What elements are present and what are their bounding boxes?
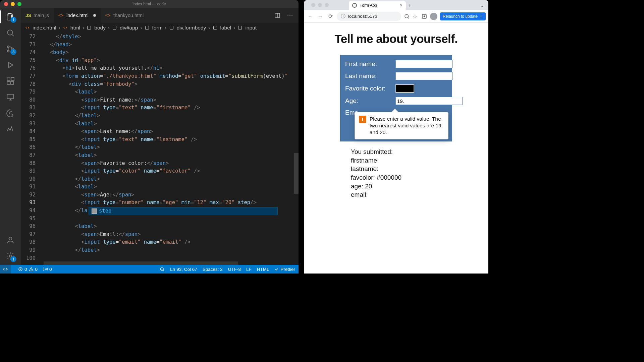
code-content[interactable]: </style> </head> <body> <div id="app"> <… [44, 33, 299, 265]
misc-icon[interactable] [6, 125, 15, 134]
svg-rect-12 [88, 26, 91, 29]
close-window-button[interactable] [4, 2, 8, 6]
autocomplete-popup[interactable]: step [89, 207, 278, 215]
breadcrumb-icon [25, 25, 30, 31]
indentation[interactable]: Spaces: 2 [203, 267, 223, 272]
breadcrumb-icon [213, 25, 218, 31]
activity-bar: 1 3 [0, 8, 21, 265]
age-input[interactable] [395, 97, 463, 105]
zoom-window-button[interactable] [325, 3, 329, 7]
tab-indexhtml[interactable]: <> index.html [54, 8, 101, 23]
minimize-window-button[interactable] [318, 3, 322, 7]
tabs-menu-icon[interactable]: ⌄ [476, 2, 488, 8]
breadcrumb-segment[interactable]: label [220, 25, 231, 31]
profile-avatar[interactable] [430, 13, 437, 20]
tab-title: Form App [360, 3, 377, 8]
form-container: First name: Last name: Favorite color: A… [340, 55, 452, 141]
ports-count: 0 [49, 267, 52, 272]
reload-button[interactable]: ⟳ [327, 13, 334, 20]
breadcrumb-icon [63, 25, 68, 31]
browser-tabstrip: Form App × + ⌄ [304, 0, 488, 10]
lastname-input[interactable] [395, 72, 453, 80]
cursor-position[interactable]: Ln 93, Col 67 [170, 267, 197, 272]
explorer-icon[interactable]: 1 [6, 12, 15, 21]
split-editor-icon[interactable] [274, 12, 280, 18]
back-button[interactable]: ← [307, 13, 314, 20]
remote-explorer-icon[interactable] [6, 93, 15, 102]
breadcrumb[interactable]: index.html›html›body›div#app›form›div.fo… [21, 23, 299, 33]
line-gutter: 7273747576777879808182838485868788899091… [21, 33, 44, 265]
autocomplete-item[interactable]: step [99, 207, 111, 215]
zoom-indicator-icon[interactable] [404, 13, 410, 19]
tab-mainjs[interactable]: JS main.js [21, 8, 54, 23]
vscode-window: index.html — code 1 3 [0, 0, 299, 274]
new-tab-button[interactable]: + [406, 2, 414, 10]
validation-tooltip: ! Please enter a valid value. The two ne… [355, 112, 448, 139]
snippet-icon [92, 208, 97, 214]
editor-tabs: JS main.js <> index.html <> thankyou.htm… [21, 8, 299, 23]
svg-point-0 [7, 30, 12, 35]
breadcrumb-icon [112, 25, 117, 31]
results-output: You submitted: firstname: lastname: favc… [351, 147, 478, 199]
code-editor[interactable]: 7273747576777879808182838485868788899091… [21, 33, 299, 265]
close-tab-icon[interactable]: × [400, 3, 402, 8]
page-heading: Tell me about yourself. [314, 32, 478, 46]
results-email: email: [351, 190, 478, 199]
svg-point-2 [7, 50, 9, 52]
titlebar: index.html — code [0, 0, 299, 8]
zoom-icon[interactable] [160, 267, 165, 272]
language-mode[interactable]: HTML [257, 267, 269, 272]
forward-button[interactable]: → [317, 13, 324, 20]
tab-thankyou[interactable]: <> thankyou.html [101, 8, 148, 23]
breadcrumb-segment[interactable]: index.html [33, 25, 56, 31]
formatter[interactable]: Prettier [274, 267, 295, 272]
svg-rect-6 [11, 81, 14, 84]
relaunch-button[interactable]: Relaunch to update⋮ [440, 12, 486, 20]
ports-indicator[interactable]: 0 [43, 267, 52, 272]
bookmark-star-icon[interactable]: ☆ [413, 13, 419, 19]
search-icon[interactable] [6, 28, 15, 38]
window-title: index.html — code [132, 2, 166, 6]
problems-indicator[interactable]: 0 0 [18, 267, 38, 272]
tab-label: main.js [34, 13, 49, 18]
horizontal-scrollbar[interactable] [44, 261, 238, 265]
html-file-icon: <> [105, 13, 111, 18]
breadcrumb-segment[interactable]: input [245, 25, 257, 31]
breadcrumb-segment[interactable]: div#app [120, 25, 138, 31]
svg-point-1 [7, 46, 9, 48]
site-info-icon[interactable]: ⓘ [341, 13, 345, 19]
more-actions-icon[interactable]: ··· [287, 12, 293, 19]
breadcrumb-icon [169, 25, 174, 31]
browser-window-controls [311, 3, 329, 7]
extensions-icon[interactable] [6, 76, 15, 86]
encoding[interactable]: UTF-8 [228, 267, 241, 272]
results-favcolor: favcolor: #000000 [351, 173, 478, 182]
settings-gear-icon[interactable]: 1 [6, 251, 15, 261]
breadcrumb-segment[interactable]: form [152, 25, 163, 31]
breadcrumb-segment[interactable]: html [70, 25, 80, 31]
firstname-input[interactable] [395, 60, 453, 68]
install-app-icon[interactable] [421, 13, 427, 19]
run-debug-icon[interactable] [6, 60, 15, 70]
breadcrumb-segment[interactable]: div.formbody [177, 25, 206, 31]
browser-tab[interactable]: Form App × [349, 1, 406, 10]
edge-icon[interactable] [6, 109, 15, 118]
svg-rect-13 [113, 26, 116, 29]
explorer-badge: 1 [10, 17, 16, 23]
address-bar[interactable]: ⓘ localhost:5173 [337, 12, 401, 21]
svg-point-19 [45, 269, 46, 269]
favicon-icon [352, 3, 357, 8]
source-control-icon[interactable]: 3 [6, 44, 15, 54]
remote-indicator-icon[interactable] [0, 265, 11, 274]
breadcrumb-segment[interactable]: body [94, 25, 106, 31]
close-window-button[interactable] [311, 3, 315, 7]
vertical-scrollbar[interactable] [294, 153, 299, 194]
minimize-window-button[interactable] [11, 2, 15, 6]
html-file-icon: <> [58, 13, 64, 18]
favcolor-input[interactable] [395, 84, 414, 93]
page-content: Tell me about yourself. First name: Last… [304, 23, 488, 274]
zoom-window-button[interactable] [17, 2, 21, 6]
js-file-icon: JS [25, 13, 31, 18]
eol[interactable]: LF [246, 267, 252, 272]
account-icon[interactable] [6, 235, 15, 245]
